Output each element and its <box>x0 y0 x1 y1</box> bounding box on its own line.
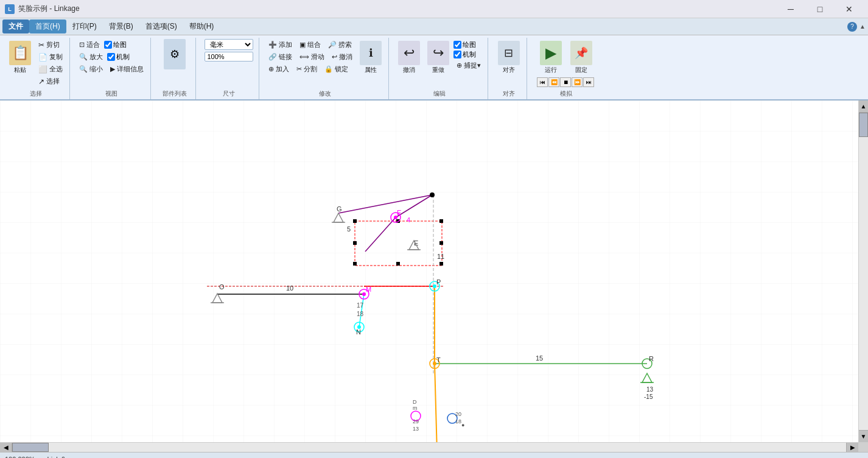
details-icon: ▶ <box>110 65 115 73</box>
rewind-button[interactable]: ⏮ <box>537 77 548 87</box>
canvas[interactable]: 10 5 4 E E 11 15 17 18 <box>0 100 858 452</box>
app-icon: L <box>5 4 15 14</box>
align-icon: ⊟ <box>498 41 520 65</box>
ribbon-group-clipboard: 📋 粘贴 ✂ 剪切 📄 复制 ⬜ 全选 <box>2 38 70 99</box>
svg-text:G: G <box>337 205 342 213</box>
scrollbar-corner <box>858 442 868 452</box>
copy-button[interactable]: 📄 复制 <box>35 51 66 63</box>
mechanical-checkbox[interactable] <box>107 53 115 61</box>
undo-group-icon: ↩ <box>332 53 337 61</box>
capture-button[interactable]: ⊕ 捕捉▾ <box>453 60 484 71</box>
mechanical-check[interactable]: 机制 <box>107 51 130 63</box>
minimize-ribbon-icon: ▲ <box>859 23 866 30</box>
close-button[interactable]: ✕ <box>835 0 863 18</box>
svg-rect-9 <box>439 262 443 266</box>
svg-point-68 <box>430 192 435 197</box>
restore-button[interactable]: □ <box>806 0 834 18</box>
fit-button[interactable]: ⊡ 适合 <box>76 39 103 51</box>
paste-button[interactable]: 📋 粘贴 <box>6 39 34 76</box>
link-status: Link 6 <box>47 456 65 459</box>
scroll-thumb-horizontal[interactable] <box>12 443 49 452</box>
svg-text:T: T <box>436 356 441 364</box>
svg-text:10: 10 <box>286 284 293 292</box>
menu-preferences[interactable]: 首选项(S) <box>139 19 183 33</box>
svg-rect-7 <box>353 262 357 266</box>
scroll-thumb-vertical[interactable] <box>859 113 868 137</box>
clipboard-label: 选择 <box>30 88 42 98</box>
svg-text:4: 4 <box>407 216 410 224</box>
draw-checkbox[interactable] <box>104 41 112 49</box>
mechanical2-check[interactable]: 机制 <box>453 50 484 59</box>
menu-help[interactable]: 帮助(H) <box>183 19 220 33</box>
svg-rect-2 <box>353 219 357 223</box>
svg-text:18: 18 <box>455 418 461 425</box>
next-button[interactable]: ⏩ <box>572 77 583 87</box>
minimize-button[interactable]: ─ <box>777 0 805 18</box>
slide-button[interactable]: ⟺ 滑动 <box>296 51 327 63</box>
scroll-left-button[interactable]: ◀ <box>0 443 12 452</box>
svg-text:13: 13 <box>413 426 419 432</box>
split-button[interactable]: ✂ 分割 <box>293 63 320 75</box>
menu-background[interactable]: 背景(B) <box>103 19 139 33</box>
vertical-scrollbar[interactable]: ▲ ▼ <box>858 100 868 442</box>
prev-button[interactable]: ⏪ <box>548 77 559 87</box>
horizontal-scrollbar[interactable]: ◀ ▶ <box>0 442 858 452</box>
select-all-button[interactable]: ⬜ 全选 <box>35 63 66 75</box>
draw2-checkbox[interactable] <box>453 41 461 49</box>
link-icon: 🔗 <box>268 53 277 61</box>
mechanical2-checkbox[interactable] <box>453 51 461 58</box>
svg-text:R: R <box>649 355 654 362</box>
svg-rect-5 <box>353 241 357 245</box>
property-button[interactable]: ℹ 属性 <box>357 39 385 76</box>
zoom-in-button[interactable]: 🔍 放大 <box>76 51 106 63</box>
statusbar: 100.000% Link 6 <box>0 452 868 458</box>
retrieve-icon: 🔎 <box>328 41 337 49</box>
details-button[interactable]: ▶ 详细信息 <box>107 63 147 75</box>
ribbon-group-size: 毫米 厘米 英寸 尺寸 <box>198 38 259 99</box>
unit-select[interactable]: 毫米 厘米 英寸 <box>205 39 253 50</box>
simulate-label: 模拟 <box>560 88 572 98</box>
scroll-up-button[interactable]: ▲ <box>859 100 868 113</box>
select-icon: ↗ <box>38 77 44 86</box>
svg-rect-8 <box>396 262 400 266</box>
zoom-out-button[interactable]: 🔍 缩小 <box>76 63 106 75</box>
link-button[interactable]: 🔗 链接 <box>265 51 295 63</box>
add-button[interactable]: ➕ 添加 <box>265 39 295 51</box>
fix-button[interactable]: 📌 固定 <box>567 39 595 76</box>
ribbon-group-components: ⚙ 部件列表 <box>153 38 196 99</box>
cut-button[interactable]: ✂ 剪切 <box>35 39 66 51</box>
align-button[interactable]: ⊟ 对齐 <box>495 39 523 76</box>
edit-label: 编辑 <box>433 88 446 98</box>
run-button[interactable]: ▶ 运行 <box>537 39 565 76</box>
titlebar-left: L 笑脸示例 - Linkage <box>5 4 80 14</box>
fastforward-button[interactable]: ⏭ <box>583 77 594 87</box>
menu-print[interactable]: 打印(P) <box>66 19 103 33</box>
zoom-out-icon: 🔍 <box>79 65 88 73</box>
paste-icon: 📋 <box>9 41 31 65</box>
fit-icon: ⊡ <box>79 41 85 49</box>
lock-button[interactable]: 🔒 锁定 <box>321 63 351 75</box>
draw-check[interactable]: 绘图 <box>104 39 127 51</box>
svg-text:11: 11 <box>437 253 444 260</box>
cut-icon: ✂ <box>38 41 44 49</box>
scroll-down-button[interactable]: ▼ <box>859 430 868 442</box>
redo-button[interactable]: ↪ 重做 <box>424 39 452 76</box>
zoom-input[interactable] <box>205 52 253 62</box>
scroll-right-button[interactable]: ▶ <box>846 443 858 452</box>
retrieve-button[interactable]: 🔎 捞索 <box>325 39 355 51</box>
menu-home[interactable]: 首页(H) <box>29 19 66 33</box>
group-button[interactable]: ▣ 组合 <box>296 39 324 51</box>
draw2-check[interactable]: 绘图 <box>453 40 484 49</box>
menu-file[interactable]: 文件 <box>2 19 29 33</box>
svg-text:13: 13 <box>646 386 654 393</box>
fix-icon: 📌 <box>570 41 592 65</box>
undo-button[interactable]: ↩ 撤消 <box>395 39 423 76</box>
select-button[interactable]: ↗ 选择 <box>35 76 66 87</box>
stop-button[interactable]: ⏹ <box>560 77 571 87</box>
join-button[interactable]: ⊕ 加入 <box>265 63 292 75</box>
ribbon-group-view: ⊡ 适合 绘图 🔍 放大 机制 <box>72 38 151 99</box>
svg-text:17: 17 <box>357 302 364 309</box>
help-icon: ? <box>847 22 857 32</box>
window-controls: ─ □ ✕ <box>777 0 863 18</box>
undo-group-button[interactable]: ↩ 撤消 <box>329 51 355 63</box>
